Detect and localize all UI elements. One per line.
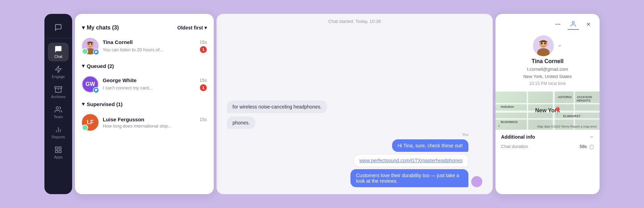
sidebar-item-reports[interactable]: Reports [48, 123, 69, 142]
svg-point-18 [84, 126, 86, 129]
agent-avatar [471, 176, 482, 187]
chat-started-bar: Chat started: Today, 10:38 [217, 14, 493, 29]
sort-button[interactable]: Oldest first ▾ [177, 25, 207, 31]
chat-list-panel: ▾ My chats (3) Oldest first ▾ [75, 14, 214, 194]
svg-point-17 [84, 50, 86, 53]
messenger-badge-george [93, 87, 99, 93]
supervised-header[interactable]: ▾ Supervised (1) [75, 97, 214, 110]
district-label-4: BUSHWICK [501, 120, 518, 124]
contact-email: t.cornell@gmail.com [527, 67, 568, 72]
agent-message-1: Hi Tina, sure, check these out! [392, 139, 468, 152]
unread-badge-tina: 1 [200, 46, 207, 53]
district-label-3: ELMHURST [563, 114, 581, 118]
svg-point-21 [559, 24, 560, 25]
tina-chat-info: Tina Cornell 15s You can listen to 20 ho… [103, 39, 207, 53]
additional-info-header[interactable]: Additional info [495, 130, 600, 142]
my-chats-title[interactable]: ▾ My chats (3) [82, 24, 119, 31]
sidebar-top-icon[interactable] [48, 21, 69, 34]
queued-header[interactable]: ▾ Queued (2) [75, 59, 214, 72]
additional-info-title: Additional info [501, 134, 535, 140]
sidebar-item-chat-label: Chat [54, 54, 62, 59]
svg-point-20 [558, 24, 559, 25]
agent-messages-row: You Hi Tina, sure, check these out! www.… [227, 132, 482, 187]
contact-name: Tina Cornell [532, 58, 564, 64]
district-label-5: JACKSON HEIGHTS [577, 95, 600, 102]
agent-message-link[interactable]: www.perfectsound.com/GTXmasterheadphones [354, 154, 468, 167]
collapse-button[interactable] [557, 43, 562, 48]
map-section: ASTORIA Hoboken ELMHURST BUSHWICK JACKSO… [495, 92, 600, 130]
more-options-button[interactable] [552, 19, 564, 30]
info-value-duration: 58s [579, 144, 594, 149]
agent-label: You [462, 132, 468, 137]
customer-message-2: phones. [227, 116, 255, 129]
customer-message-1: for wireless noise-canceling headphones. [227, 101, 327, 113]
chevron-down-icon [589, 135, 594, 139]
svg-rect-8 [59, 147, 61, 149]
george-chat-info: George White 15s I can't connect my card… [103, 77, 207, 91]
info-icon [589, 145, 594, 149]
status-online-luise [82, 124, 88, 131]
avatar-luise: LF [82, 114, 99, 131]
right-panel: Tina Cornell t.cornell@gmail.com New Yor… [495, 14, 600, 194]
chat-main: Chat started: Today, 10:38 for wireless … [217, 14, 493, 194]
chat-item-george[interactable]: GW George White 15s I can't connect my c… [75, 72, 214, 97]
my-chats-header: ▾ My chats (3) Oldest first ▾ [75, 21, 214, 34]
agent-bubbles: You Hi Tina, sure, check these out! www.… [350, 132, 468, 187]
right-panel-header [495, 14, 600, 30]
sidebar-item-archives-label: Archives [51, 95, 66, 99]
sidebar-item-apps[interactable]: Apps [48, 143, 69, 162]
messages-area: for wireless noise-canceling headphones.… [217, 29, 493, 194]
sidebar-item-team[interactable]: Team [48, 103, 69, 122]
sidebar: Chat Engage Archives Team [44, 14, 72, 194]
chevron-down-icon: ▾ [204, 25, 207, 31]
contact-info-button[interactable] [568, 19, 579, 30]
luise-chat-info: Luise Fergusson 15s How long does intern… [103, 116, 207, 129]
contact-section: Tina Cornell t.cornell@gmail.com New Yor… [495, 30, 600, 92]
district-label-1: ASTORIA [558, 95, 572, 99]
contact-location: New York, United States [523, 74, 572, 79]
avatar-george: GW [82, 76, 99, 93]
svg-point-22 [572, 21, 575, 24]
svg-marker-0 [56, 66, 61, 72]
contact-avatar [533, 35, 554, 56]
close-button[interactable] [583, 19, 594, 30]
svg-point-30 [544, 42, 546, 44]
sidebar-item-chat[interactable]: Chat [48, 43, 69, 61]
agent-message-2: Customers love their durability too — ju… [350, 169, 468, 187]
unread-badge-george: 1 [200, 84, 207, 91]
status-online-icon [82, 48, 88, 54]
svg-rect-7 [56, 147, 58, 149]
svg-point-16 [91, 43, 92, 45]
map-copyright: Map data ©2023 Terms Report a map error [537, 125, 597, 128]
svg-rect-1 [55, 87, 62, 88]
sidebar-item-reports-label: Reports [52, 135, 65, 139]
chat-item-tina[interactable]: Tina Cornell 15s You can listen to 20 ho… [75, 34, 214, 59]
svg-point-29 [541, 42, 543, 44]
map-pin: 📍 [553, 107, 562, 116]
sidebar-item-engage[interactable]: Engage [48, 63, 69, 81]
messenger-badge [93, 49, 99, 55]
district-label-2: Hoboken [501, 105, 514, 109]
chat-item-luise[interactable]: LF Luise Fergusson 15s How long does int… [75, 110, 214, 135]
svg-rect-9 [59, 150, 61, 153]
svg-point-19 [556, 24, 557, 25]
sidebar-item-engage-label: Engage [52, 75, 65, 79]
map-left-arrow: ‹ [498, 123, 500, 128]
svg-point-3 [56, 107, 59, 109]
avatar-tina [82, 38, 99, 54]
sidebar-item-apps-label: Apps [54, 155, 62, 159]
contact-local-time: 10:15 PM local time [529, 81, 566, 86]
sidebar-item-archives[interactable]: Archives [48, 83, 69, 102]
info-label-duration: Chat duration [501, 144, 528, 149]
info-row-duration: Chat duration 58s [495, 142, 600, 151]
svg-rect-10 [56, 150, 58, 153]
svg-point-15 [88, 43, 90, 45]
sidebar-item-team-label: Team [54, 115, 63, 119]
